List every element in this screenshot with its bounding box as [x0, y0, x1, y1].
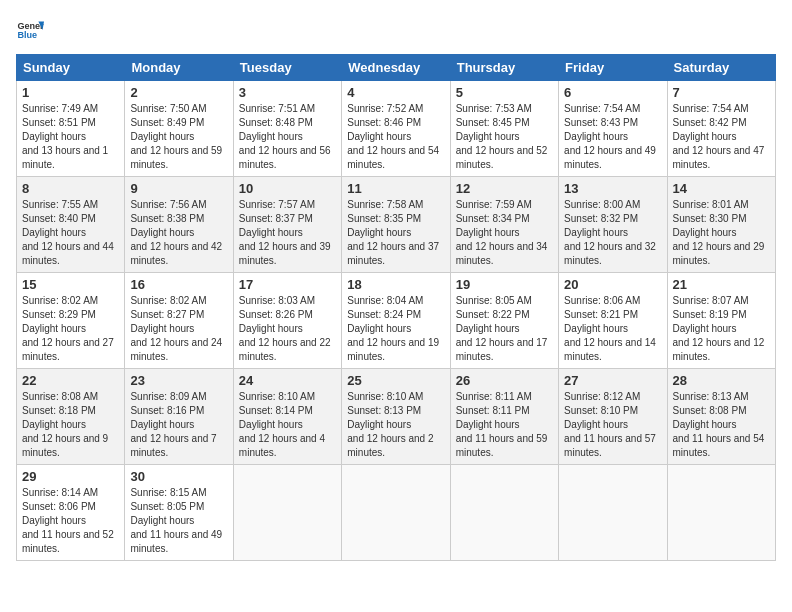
- day-number: 19: [456, 277, 553, 292]
- calendar-cell: [450, 465, 558, 561]
- calendar-cell: [233, 465, 341, 561]
- calendar-cell: 23 Sunrise: 8:09 AM Sunset: 8:16 PM Dayl…: [125, 369, 233, 465]
- calendar-cell: 7 Sunrise: 7:54 AM Sunset: 8:42 PM Dayli…: [667, 81, 775, 177]
- day-number: 27: [564, 373, 661, 388]
- calendar-table: SundayMondayTuesdayWednesdayThursdayFrid…: [16, 54, 776, 561]
- calendar-cell: 3 Sunrise: 7:51 AM Sunset: 8:48 PM Dayli…: [233, 81, 341, 177]
- page-header: General Blue: [16, 16, 776, 44]
- calendar-cell: 1 Sunrise: 7:49 AM Sunset: 8:51 PM Dayli…: [17, 81, 125, 177]
- calendar-cell: 9 Sunrise: 7:56 AM Sunset: 8:38 PM Dayli…: [125, 177, 233, 273]
- day-info: Sunrise: 7:53 AM Sunset: 8:45 PM Dayligh…: [456, 102, 553, 172]
- calendar-cell: 20 Sunrise: 8:06 AM Sunset: 8:21 PM Dayl…: [559, 273, 667, 369]
- calendar-cell: 5 Sunrise: 7:53 AM Sunset: 8:45 PM Dayli…: [450, 81, 558, 177]
- calendar-week-row: 8 Sunrise: 7:55 AM Sunset: 8:40 PM Dayli…: [17, 177, 776, 273]
- day-number: 30: [130, 469, 227, 484]
- day-number: 23: [130, 373, 227, 388]
- calendar-cell: 2 Sunrise: 7:50 AM Sunset: 8:49 PM Dayli…: [125, 81, 233, 177]
- calendar-cell: 22 Sunrise: 8:08 AM Sunset: 8:18 PM Dayl…: [17, 369, 125, 465]
- calendar-cell: 17 Sunrise: 8:03 AM Sunset: 8:26 PM Dayl…: [233, 273, 341, 369]
- calendar-cell: 13 Sunrise: 8:00 AM Sunset: 8:32 PM Dayl…: [559, 177, 667, 273]
- day-number: 2: [130, 85, 227, 100]
- weekday-header-row: SundayMondayTuesdayWednesdayThursdayFrid…: [17, 55, 776, 81]
- day-info: Sunrise: 7:58 AM Sunset: 8:35 PM Dayligh…: [347, 198, 444, 268]
- day-number: 11: [347, 181, 444, 196]
- day-info: Sunrise: 8:06 AM Sunset: 8:21 PM Dayligh…: [564, 294, 661, 364]
- svg-text:Blue: Blue: [17, 30, 37, 40]
- calendar-cell: 25 Sunrise: 8:10 AM Sunset: 8:13 PM Dayl…: [342, 369, 450, 465]
- calendar-week-row: 22 Sunrise: 8:08 AM Sunset: 8:18 PM Dayl…: [17, 369, 776, 465]
- calendar-cell: 19 Sunrise: 8:05 AM Sunset: 8:22 PM Dayl…: [450, 273, 558, 369]
- calendar-cell: 11 Sunrise: 7:58 AM Sunset: 8:35 PM Dayl…: [342, 177, 450, 273]
- day-info: Sunrise: 7:51 AM Sunset: 8:48 PM Dayligh…: [239, 102, 336, 172]
- day-info: Sunrise: 8:13 AM Sunset: 8:08 PM Dayligh…: [673, 390, 770, 460]
- calendar-week-row: 15 Sunrise: 8:02 AM Sunset: 8:29 PM Dayl…: [17, 273, 776, 369]
- day-number: 1: [22, 85, 119, 100]
- day-number: 22: [22, 373, 119, 388]
- calendar-cell: 12 Sunrise: 7:59 AM Sunset: 8:34 PM Dayl…: [450, 177, 558, 273]
- day-info: Sunrise: 8:14 AM Sunset: 8:06 PM Dayligh…: [22, 486, 119, 556]
- day-number: 20: [564, 277, 661, 292]
- day-number: 24: [239, 373, 336, 388]
- weekday-header-wednesday: Wednesday: [342, 55, 450, 81]
- calendar-cell: 4 Sunrise: 7:52 AM Sunset: 8:46 PM Dayli…: [342, 81, 450, 177]
- calendar-cell: 27 Sunrise: 8:12 AM Sunset: 8:10 PM Dayl…: [559, 369, 667, 465]
- day-info: Sunrise: 8:05 AM Sunset: 8:22 PM Dayligh…: [456, 294, 553, 364]
- day-info: Sunrise: 7:54 AM Sunset: 8:43 PM Dayligh…: [564, 102, 661, 172]
- day-info: Sunrise: 8:00 AM Sunset: 8:32 PM Dayligh…: [564, 198, 661, 268]
- calendar-cell: 24 Sunrise: 8:10 AM Sunset: 8:14 PM Dayl…: [233, 369, 341, 465]
- day-number: 13: [564, 181, 661, 196]
- weekday-header-friday: Friday: [559, 55, 667, 81]
- weekday-header-tuesday: Tuesday: [233, 55, 341, 81]
- calendar-cell: 26 Sunrise: 8:11 AM Sunset: 8:11 PM Dayl…: [450, 369, 558, 465]
- day-info: Sunrise: 7:56 AM Sunset: 8:38 PM Dayligh…: [130, 198, 227, 268]
- day-info: Sunrise: 7:55 AM Sunset: 8:40 PM Dayligh…: [22, 198, 119, 268]
- day-number: 17: [239, 277, 336, 292]
- day-number: 9: [130, 181, 227, 196]
- day-info: Sunrise: 8:01 AM Sunset: 8:30 PM Dayligh…: [673, 198, 770, 268]
- day-number: 4: [347, 85, 444, 100]
- calendar-week-row: 1 Sunrise: 7:49 AM Sunset: 8:51 PM Dayli…: [17, 81, 776, 177]
- day-number: 26: [456, 373, 553, 388]
- day-number: 7: [673, 85, 770, 100]
- day-info: Sunrise: 8:10 AM Sunset: 8:14 PM Dayligh…: [239, 390, 336, 460]
- calendar-cell: 30 Sunrise: 8:15 AM Sunset: 8:05 PM Dayl…: [125, 465, 233, 561]
- calendar-cell: 15 Sunrise: 8:02 AM Sunset: 8:29 PM Dayl…: [17, 273, 125, 369]
- day-info: Sunrise: 8:07 AM Sunset: 8:19 PM Dayligh…: [673, 294, 770, 364]
- day-info: Sunrise: 8:09 AM Sunset: 8:16 PM Dayligh…: [130, 390, 227, 460]
- day-number: 21: [673, 277, 770, 292]
- day-info: Sunrise: 7:57 AM Sunset: 8:37 PM Dayligh…: [239, 198, 336, 268]
- day-info: Sunrise: 8:03 AM Sunset: 8:26 PM Dayligh…: [239, 294, 336, 364]
- day-number: 18: [347, 277, 444, 292]
- calendar-week-row: 29 Sunrise: 8:14 AM Sunset: 8:06 PM Dayl…: [17, 465, 776, 561]
- day-info: Sunrise: 8:02 AM Sunset: 8:27 PM Dayligh…: [130, 294, 227, 364]
- day-number: 8: [22, 181, 119, 196]
- day-number: 29: [22, 469, 119, 484]
- weekday-header-monday: Monday: [125, 55, 233, 81]
- day-number: 12: [456, 181, 553, 196]
- calendar-cell: 14 Sunrise: 8:01 AM Sunset: 8:30 PM Dayl…: [667, 177, 775, 273]
- day-number: 25: [347, 373, 444, 388]
- logo-icon: General Blue: [16, 16, 44, 44]
- day-number: 15: [22, 277, 119, 292]
- day-info: Sunrise: 8:11 AM Sunset: 8:11 PM Dayligh…: [456, 390, 553, 460]
- day-number: 10: [239, 181, 336, 196]
- calendar-cell: 8 Sunrise: 7:55 AM Sunset: 8:40 PM Dayli…: [17, 177, 125, 273]
- calendar-cell: [559, 465, 667, 561]
- calendar-cell: [342, 465, 450, 561]
- day-number: 28: [673, 373, 770, 388]
- day-info: Sunrise: 8:10 AM Sunset: 8:13 PM Dayligh…: [347, 390, 444, 460]
- day-number: 14: [673, 181, 770, 196]
- calendar-cell: 10 Sunrise: 7:57 AM Sunset: 8:37 PM Dayl…: [233, 177, 341, 273]
- weekday-header-sunday: Sunday: [17, 55, 125, 81]
- day-number: 5: [456, 85, 553, 100]
- day-info: Sunrise: 8:04 AM Sunset: 8:24 PM Dayligh…: [347, 294, 444, 364]
- day-info: Sunrise: 8:15 AM Sunset: 8:05 PM Dayligh…: [130, 486, 227, 556]
- day-number: 3: [239, 85, 336, 100]
- day-info: Sunrise: 8:08 AM Sunset: 8:18 PM Dayligh…: [22, 390, 119, 460]
- day-info: Sunrise: 7:50 AM Sunset: 8:49 PM Dayligh…: [130, 102, 227, 172]
- day-number: 16: [130, 277, 227, 292]
- day-info: Sunrise: 8:02 AM Sunset: 8:29 PM Dayligh…: [22, 294, 119, 364]
- calendar-cell: 29 Sunrise: 8:14 AM Sunset: 8:06 PM Dayl…: [17, 465, 125, 561]
- day-info: Sunrise: 7:54 AM Sunset: 8:42 PM Dayligh…: [673, 102, 770, 172]
- calendar-cell: [667, 465, 775, 561]
